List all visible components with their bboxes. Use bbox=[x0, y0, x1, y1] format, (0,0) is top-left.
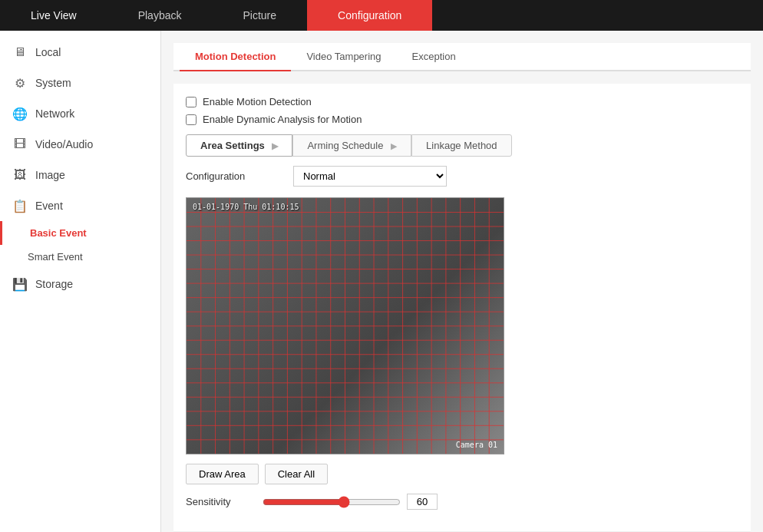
nav-picture[interactable]: Picture bbox=[212, 0, 307, 31]
sidebar: 🖥 Local ⚙ System 🌐 Network 🎞 Video/Audio… bbox=[0, 31, 161, 532]
camera-area[interactable]: 01-01-1970 Thu 01:10:15 Camera 01 bbox=[186, 197, 504, 454]
storage-icon: 💾 bbox=[12, 276, 28, 292]
configuration-label: Configuration bbox=[186, 170, 293, 182]
sub-tab-area-settings[interactable]: Area Settings ▶ bbox=[186, 134, 292, 157]
camera-label: Camera 01 bbox=[456, 441, 497, 449]
sidebar-item-system[interactable]: ⚙ System bbox=[0, 68, 160, 98]
sensitivity-label: Sensitivity bbox=[186, 496, 263, 507]
sidebar-label-image: Image bbox=[35, 169, 65, 181]
event-icon: 📋 bbox=[12, 198, 28, 213]
arming-schedule-label: Arming Schedule bbox=[307, 140, 383, 151]
configuration-row: Configuration Normal Expert bbox=[186, 166, 738, 187]
sidebar-label-local: Local bbox=[35, 46, 61, 58]
action-buttons: Draw Area Clear All bbox=[186, 464, 738, 484]
layout: 🖥 Local ⚙ System 🌐 Network 🎞 Video/Audio… bbox=[0, 31, 763, 532]
sidebar-item-smart-event[interactable]: Smart Event bbox=[0, 245, 160, 269]
nav-playback[interactable]: Playback bbox=[107, 0, 213, 31]
image-icon: 🖼 bbox=[12, 167, 28, 183]
sidebar-label-system: System bbox=[35, 77, 71, 89]
sidebar-label-network: Network bbox=[35, 107, 74, 120]
video-audio-icon: 🎞 bbox=[12, 137, 28, 152]
sensitivity-row: Sensitivity bbox=[186, 494, 738, 510]
sidebar-label-smart-event: Smart Event bbox=[28, 251, 83, 263]
sidebar-label-basic-event: Basic Event bbox=[30, 227, 87, 239]
sidebar-item-local[interactable]: 🖥 Local bbox=[0, 37, 160, 68]
sensitivity-value-input[interactable] bbox=[407, 494, 438, 510]
sidebar-label-video-audio: Video/Audio bbox=[35, 138, 93, 150]
main-content: Motion Detection Video Tampering Excepti… bbox=[161, 31, 763, 532]
content-panel: Enable Motion Detection Enable Dynamic A… bbox=[173, 84, 751, 531]
nav-configuration[interactable]: Configuration bbox=[307, 0, 432, 31]
tab-motion-detection[interactable]: Motion Detection bbox=[180, 43, 291, 71]
tab-video-tampering[interactable]: Video Tampering bbox=[291, 43, 396, 71]
system-icon: ⚙ bbox=[12, 75, 28, 91]
enable-motion-row: Enable Motion Detection bbox=[186, 96, 738, 107]
camera-grid-overlay bbox=[187, 198, 504, 454]
enable-motion-checkbox[interactable] bbox=[186, 97, 197, 107]
arming-schedule-arrow: ▶ bbox=[391, 141, 397, 151]
sidebar-item-event[interactable]: 📋 Event bbox=[0, 190, 160, 221]
draw-area-button[interactable]: Draw Area bbox=[186, 464, 259, 484]
sub-tabs: Area Settings ▶ Arming Schedule ▶ Linkag… bbox=[186, 134, 738, 157]
sidebar-item-image[interactable]: 🖼 Image bbox=[0, 160, 160, 190]
sidebar-label-event: Event bbox=[35, 200, 63, 212]
sub-tab-linkage-method[interactable]: Linkage Method bbox=[411, 134, 512, 157]
enable-dynamic-checkbox[interactable] bbox=[186, 114, 197, 125]
sub-tab-arming-schedule[interactable]: Arming Schedule ▶ bbox=[292, 134, 411, 157]
enable-dynamic-label: Enable Dynamic Analysis for Motion bbox=[203, 114, 362, 125]
enable-dynamic-row: Enable Dynamic Analysis for Motion bbox=[186, 114, 738, 125]
top-nav: Live View Playback Picture Configuration bbox=[0, 0, 763, 31]
sidebar-item-basic-event[interactable]: Basic Event bbox=[0, 221, 160, 245]
configuration-select[interactable]: Normal Expert bbox=[293, 166, 447, 187]
camera-timestamp: 01-01-1970 Thu 01:10:15 bbox=[193, 203, 299, 211]
main-tabs: Motion Detection Video Tampering Excepti… bbox=[173, 43, 751, 71]
sidebar-item-network[interactable]: 🌐 Network bbox=[0, 98, 160, 129]
nav-live-view[interactable]: Live View bbox=[0, 0, 107, 31]
network-icon: 🌐 bbox=[12, 106, 28, 121]
sidebar-label-storage: Storage bbox=[35, 278, 73, 290]
area-settings-arrow: ▶ bbox=[272, 141, 278, 151]
local-icon: 🖥 bbox=[12, 45, 28, 60]
clear-all-button[interactable]: Clear All bbox=[265, 464, 328, 484]
tab-exception[interactable]: Exception bbox=[397, 43, 471, 71]
sidebar-item-storage[interactable]: 💾 Storage bbox=[0, 269, 160, 299]
enable-motion-label: Enable Motion Detection bbox=[203, 96, 312, 107]
area-settings-label: Area Settings bbox=[200, 140, 265, 151]
sidebar-item-video-audio[interactable]: 🎞 Video/Audio bbox=[0, 129, 160, 160]
linkage-method-label: Linkage Method bbox=[426, 140, 497, 151]
sensitivity-slider[interactable] bbox=[263, 496, 401, 508]
